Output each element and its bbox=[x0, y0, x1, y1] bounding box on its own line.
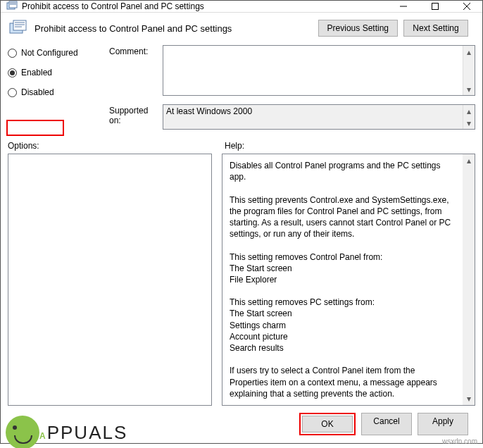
attribution: wsxdn.com bbox=[442, 437, 477, 445]
app-icon bbox=[6, 1, 18, 12]
minimize-button[interactable] bbox=[387, 1, 419, 12]
close-button[interactable] bbox=[451, 1, 482, 12]
radio-not-configured[interactable]: Not Configured bbox=[8, 48, 106, 58]
scroll-up-icon[interactable]: ▴ bbox=[463, 105, 475, 117]
options-body bbox=[8, 154, 211, 405]
appuals-face-icon bbox=[6, 416, 39, 448]
watermark-logo: APPUALS bbox=[6, 416, 127, 448]
maximize-button[interactable] bbox=[419, 1, 451, 12]
help-label: Help: bbox=[225, 141, 475, 151]
radio-circle bbox=[8, 49, 17, 58]
supported-field-wrap: At least Windows 2000 ▴▾ bbox=[163, 104, 475, 130]
policy-editor-window: Prohibit access to Control Panel and PC … bbox=[0, 0, 483, 444]
comment-label: Comment: bbox=[109, 45, 160, 56]
radio-circle bbox=[8, 68, 17, 77]
policy-icon bbox=[8, 18, 30, 38]
apply-button[interactable]: Apply bbox=[418, 413, 468, 435]
radio-label: Disabled bbox=[21, 87, 54, 97]
scroll-up-icon[interactable]: ▴ bbox=[463, 154, 475, 166]
options-label: Options: bbox=[8, 141, 219, 151]
radio-circle bbox=[8, 88, 17, 97]
radio-label: Enabled bbox=[21, 68, 52, 77]
titlebar: Prohibit access to Control Panel and PC … bbox=[1, 1, 482, 13]
scroll-down-icon[interactable]: ▾ bbox=[463, 83, 475, 95]
state-radios: Not Configured Enabled Disabled bbox=[8, 45, 106, 97]
header-strip: Prohibit access to Control Panel and PC … bbox=[1, 13, 482, 44]
highlight-ok: OK bbox=[299, 413, 356, 435]
previous-setting-button[interactable]: Previous Setting bbox=[318, 20, 398, 37]
ok-button[interactable]: OK bbox=[302, 416, 353, 433]
next-setting-button[interactable]: Next Setting bbox=[403, 20, 468, 37]
scroll-up-icon[interactable]: ▴ bbox=[463, 46, 475, 58]
svg-rect-2 bbox=[432, 4, 438, 10]
comment-field-wrap: ▴▾ bbox=[163, 45, 475, 96]
policy-name: Prohibit access to Control Panel and PC … bbox=[34, 23, 318, 34]
radio-disabled[interactable]: Disabled bbox=[8, 87, 106, 97]
content-area: Not Configured Enabled Disabled Comment:… bbox=[1, 44, 482, 448]
svg-rect-4 bbox=[13, 20, 26, 30]
window-controls bbox=[387, 1, 482, 12]
help-panel: Disables all Control Panel programs and … bbox=[222, 154, 475, 406]
cancel-button[interactable]: Cancel bbox=[361, 413, 412, 435]
window-title: Prohibit access to Control Panel and PC … bbox=[22, 1, 387, 11]
radio-enabled[interactable]: Enabled bbox=[8, 68, 106, 77]
comment-field[interactable] bbox=[163, 46, 463, 95]
options-panel bbox=[8, 154, 212, 406]
radio-label: Not Configured bbox=[21, 48, 78, 58]
scroll-down-icon[interactable]: ▾ bbox=[463, 393, 475, 405]
watermark-text: APPUALS bbox=[39, 422, 127, 444]
scroll-down-icon[interactable]: ▾ bbox=[463, 117, 475, 129]
help-body[interactable]: Disables all Control Panel programs and … bbox=[222, 154, 463, 405]
supported-field: At least Windows 2000 bbox=[163, 105, 463, 129]
supported-label: Supported on: bbox=[109, 104, 160, 125]
